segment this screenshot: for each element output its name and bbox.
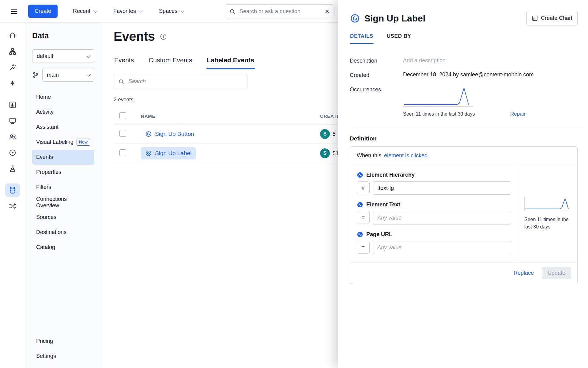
events-search-input[interactable] <box>128 78 243 85</box>
panel-tabs: DETAILS USED BY <box>350 33 583 44</box>
sidebar-item-home[interactable]: Home <box>32 90 94 105</box>
sidebar-item-settings[interactable]: Settings <box>32 349 94 364</box>
sidebar-item-label: Properties <box>36 169 61 175</box>
sidebar-item-label: Destinations <box>36 229 66 236</box>
tab-labeled-events[interactable]: Labeled Events <box>206 56 255 69</box>
occurrences-label: Occurrences <box>350 86 403 117</box>
description-label: Description <box>350 57 403 64</box>
labeled-event-icon <box>145 131 152 137</box>
rail-item-data[interactable] <box>5 183 20 197</box>
select-all-checkbox[interactable] <box>119 112 126 119</box>
sidebar-item-label: Events <box>36 154 53 160</box>
operator-box[interactable]: = <box>357 241 370 254</box>
definition-card: When this element is clicked Element Hie… <box>350 146 578 284</box>
sidebar-item-label: Catalog <box>36 244 55 251</box>
rail-item-releases[interactable] <box>5 146 20 159</box>
rail-item-experiments[interactable] <box>5 162 20 175</box>
definition-preview: Seen 11 times in the last 30 days <box>518 165 577 262</box>
condition-label: Page URL <box>366 231 392 238</box>
preview-seen-text: Seen 11 times in the last 30 days <box>524 216 571 230</box>
sidebar-item-activity[interactable]: Activity <box>32 105 94 120</box>
amplitude-property-icon <box>357 201 363 208</box>
tab-events[interactable]: Events <box>114 56 134 69</box>
tab-details[interactable]: DETAILS <box>350 33 374 44</box>
condition-label: Element Hierarchy <box>366 172 415 178</box>
add-description-button[interactable]: Add a description <box>403 57 446 64</box>
tab-custom-events[interactable]: Custom Events <box>148 56 193 69</box>
sidebar: Data default main Home Activity Assistan… <box>25 23 101 368</box>
sidebar-item-filters[interactable]: Filters <box>32 180 94 195</box>
update-button[interactable]: Update <box>542 267 571 279</box>
row-checkbox[interactable] <box>119 130 126 137</box>
sidebar-item-visual-labeling[interactable]: Visual Labeling New <box>32 135 94 150</box>
event-name-cell: Sign Up Label <box>141 147 196 159</box>
new-badge: New <box>77 139 90 145</box>
info-icon[interactable] <box>160 33 167 40</box>
row-checkbox[interactable] <box>119 149 126 156</box>
amplitude-property-icon <box>357 172 363 178</box>
hamburger-menu-button[interactable] <box>8 7 20 16</box>
rail-item-home[interactable] <box>5 29 20 42</box>
sidebar-item-connections-overview[interactable]: Connections Overview <box>32 195 94 210</box>
favorites-menu[interactable]: Favorites <box>111 8 144 15</box>
sidebar-item-label: Pricing <box>36 338 53 344</box>
rail-item-debugger[interactable] <box>5 61 20 74</box>
sidebar-item-label: Visual Labeling <box>36 139 74 145</box>
occurrences-sparkline <box>403 86 473 107</box>
trigger-type-link[interactable]: element is clicked <box>384 152 428 159</box>
event-link[interactable]: Sign Up Button <box>155 131 194 137</box>
branch-select[interactable]: main <box>42 68 94 82</box>
spaces-menu[interactable]: Spaces <box>157 8 185 15</box>
sidebar-item-catalog[interactable]: Catalog <box>32 240 94 255</box>
sidebar-nav: Home Activity Assistant Visual Labeling … <box>32 90 94 255</box>
preview-sparkline <box>524 197 571 211</box>
tab-used-by[interactable]: USED BY <box>386 33 412 44</box>
replace-link[interactable]: Replace <box>514 270 534 276</box>
sidebar-item-destinations[interactable]: Destinations <box>32 225 94 240</box>
condition-label: Element Text <box>366 201 400 208</box>
sidebar-item-events[interactable]: Events <box>32 150 94 165</box>
chevron-down-icon <box>139 9 143 13</box>
sidebar-item-sources[interactable]: Sources <box>32 210 94 225</box>
rail-item-pipelines[interactable] <box>5 199 20 213</box>
occurrences-field: Occurrences Seen 11 times in the last 30… <box>350 86 575 117</box>
chevron-down-icon <box>180 9 184 13</box>
home-icon <box>9 32 17 40</box>
operator-box[interactable]: # <box>357 181 370 194</box>
page-url-input[interactable] <box>373 241 511 254</box>
rail-item-sitemap[interactable] <box>5 45 20 58</box>
favorites-menu-label: Favorites <box>113 8 136 14</box>
element-hierarchy-input[interactable] <box>373 181 511 195</box>
condition-page-url: Page URL = <box>357 231 511 254</box>
condition-element-text: Element Text = <box>357 201 511 224</box>
project-select[interactable]: default <box>32 49 94 63</box>
search-icon <box>229 8 236 15</box>
rail-item-sessions[interactable] <box>5 114 20 128</box>
clear-search-button[interactable]: ✕ <box>324 8 330 15</box>
play-circle-icon <box>9 149 17 157</box>
sidebar-item-properties[interactable]: Properties <box>32 165 94 180</box>
event-details-panel: Sign Up Label Create Chart DETAILS USED … <box>338 0 588 368</box>
recent-menu[interactable]: Recent <box>71 8 98 15</box>
event-link[interactable]: Sign Up Label <box>155 150 191 157</box>
global-search-input[interactable] <box>239 8 321 15</box>
rail-item-users[interactable] <box>5 130 20 144</box>
create-button[interactable]: Create <box>28 5 58 18</box>
sidebar-item-pricing[interactable]: Pricing <box>32 334 94 349</box>
create-chart-button[interactable]: Create Chart <box>526 11 578 25</box>
panel-divider <box>350 126 583 126</box>
rail-item-charts[interactable] <box>5 98 20 112</box>
panel-title: Sign Up Label <box>364 13 425 24</box>
events-search <box>114 74 247 89</box>
seen-text: Seen 11 times in the last 30 days <box>403 111 475 117</box>
element-text-input[interactable] <box>373 211 511 224</box>
operator-box[interactable]: = <box>357 211 370 224</box>
column-header-name[interactable]: NAME <box>141 113 155 119</box>
sidebar-item-assistant[interactable]: Assistant <box>32 120 94 135</box>
rail-item-assistant[interactable] <box>5 77 20 90</box>
labeled-event-icon <box>145 150 152 157</box>
branch-select-value: main <box>47 72 59 78</box>
repair-link[interactable]: Repair <box>510 111 526 117</box>
description-field: Description Add a description <box>350 57 575 64</box>
hamburger-icon <box>10 7 18 16</box>
